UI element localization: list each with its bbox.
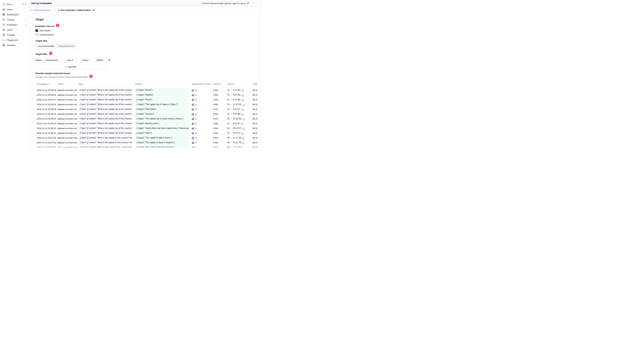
column-header-output[interactable]: Output — [134, 81, 191, 88]
table-row[interactable]: 2024-11-22 03:38:26dataset-run-item-cm3s… — [36, 107, 258, 112]
existing-traces-option[interactable]: Existing traces — [36, 33, 257, 36]
output-preview[interactable]: {"output":"Rome"} — [135, 88, 189, 92]
output-preview[interactable]: {"output":"Buenos Aires"} — [135, 122, 189, 125]
observation-levels-cell: i3 — [191, 121, 212, 126]
table-row[interactable]: 2024-11-22 03:38:28dataset-run-item-cm3s… — [36, 88, 258, 93]
edit-pencil-icon[interactable] — [247, 2, 249, 4]
sidebar-item-evaluation[interactable]: Evaluation — [2, 22, 27, 27]
column-header-observation-levels[interactable]: Observation Levels — [191, 81, 212, 88]
input-preview[interactable]: {"input":[{"content":"What is the capita… — [78, 145, 132, 147]
sidebar-item-datasets[interactable]: Datasets — [2, 42, 27, 48]
column-header-total-cost[interactable]: Total Cost — [252, 81, 258, 88]
sidebar-item-prompts[interactable]: Prompts — [2, 32, 27, 37]
tab-experiment-runs[interactable]: Experiment runs — [56, 44, 76, 48]
observation-levels-cell: i3 — [191, 131, 212, 136]
timestamp-cell: 2024-11-22 03:38:28 — [36, 88, 56, 93]
input-preview[interactable]: {"input":[{"content":"What is the capita… — [78, 131, 132, 135]
column-header-input[interactable]: Input — [77, 81, 134, 88]
sidebar-item-label: Home — [7, 8, 13, 11]
output-preview[interactable]: {"output":"Brazil"} — [135, 98, 189, 102]
name-cell: dataset-run-item-cm3s4 — [56, 116, 77, 121]
table-row[interactable]: 2024-11-22 03:37:01dataset-run-item-cm3s… — [36, 145, 258, 148]
column-header-latency[interactable]: Latency — [212, 81, 226, 88]
latency-cell: 0.38s — [212, 88, 226, 93]
info-level-icon: i — [192, 89, 194, 91]
output-preview[interactable]: {"output":"The capital city of Japan is … — [135, 102, 189, 106]
input-preview[interactable]: {"input":[{"content":"What is the capita… — [78, 93, 132, 97]
input-cell: {"input":[{"content":"What is the capita… — [77, 140, 134, 145]
existing-traces-checkbox[interactable] — [36, 33, 38, 36]
output-preview[interactable]: {"output":"The capital of Spain is Madri… — [135, 141, 189, 145]
table-row[interactable]: 2024-11-22 03:37:03dataset-run-item-cm3s… — [36, 136, 258, 140]
output-cell: {"output":"Canada"} — [134, 112, 191, 116]
latency-cell: 0.50s — [212, 112, 226, 116]
table-row[interactable]: 2024-11-22 03:38:28dataset-run-item-cm3s… — [36, 93, 258, 97]
timestamp-cell: 2024-11-22 03:38:26 — [36, 102, 56, 107]
input-preview[interactable]: {"input":[{"content":"What is the capita… — [78, 107, 132, 111]
column-header-timestamp[interactable]: Timestamp▼ — [36, 81, 56, 88]
output-preview[interactable]: {"output":"Cairo"} — [135, 131, 189, 135]
input-preview[interactable]: {"input":[{"content":"What is the capita… — [78, 112, 132, 116]
prompts-icon — [2, 33, 5, 36]
remove-filter-button[interactable]: ✕ — [108, 59, 110, 61]
timestamp-cell: 2024-11-22 03:37:03 — [36, 136, 56, 140]
input-preview[interactable]: {"input":[{"content":"What is the capita… — [78, 117, 132, 121]
filter-operator-dropdown[interactable]: any of — [65, 57, 78, 63]
column-header-name[interactable]: Name — [56, 81, 77, 88]
output-cell: {"output":"The capital of Italy is Rome.… — [134, 136, 191, 140]
new-traces-checkbox[interactable] — [36, 29, 38, 32]
output-preview[interactable]: {"output":"South Africa has three capita… — [135, 126, 189, 130]
tokens-cell: 51 → 5 (Σ 56)i — [226, 88, 252, 93]
output-preview[interactable]: {"output":"The capital of Italy is Rome.… — [135, 136, 189, 140]
sidebar-item-home[interactable]: Home — [2, 7, 27, 12]
input-preview[interactable]: {"input":[{"content":"What is the capita… — [78, 141, 132, 145]
timestamp-cell: 2024-11-22 03:38:23 — [36, 121, 56, 126]
output-preview[interactable]: {"output":"Canada"} — [135, 112, 189, 116]
tokens-cell: 51 → 6 (Σ 57)i — [226, 121, 252, 126]
table-row[interactable]: 2024-11-22 03:38:25dataset-run-item-cm3s… — [36, 112, 258, 116]
where-label: Where — [36, 59, 42, 61]
tab-live-tracing-data[interactable]: Live tracing data — [36, 44, 56, 48]
observation-levels-cell: i3 — [191, 107, 212, 112]
evaluation-icon — [2, 23, 5, 26]
column-header-tokens[interactable]: Tokens — [226, 81, 252, 88]
output-preview[interactable]: {"output":"Madrid"} — [135, 93, 189, 97]
table-row[interactable]: 2024-11-22 03:38:23dataset-run-item-cm3s… — [36, 121, 258, 126]
input-preview[interactable]: {"input":[{"content":"What is the capita… — [78, 122, 132, 125]
total-cost-cell: $0.00046 ( — [252, 140, 258, 145]
input-preview[interactable]: {"input":[{"content":"What is the capita… — [78, 126, 132, 130]
input-preview[interactable]: {"input":[{"content":"What is the capita… — [78, 88, 132, 92]
output-preview[interactable]: {"output":"The capital of Brazil is Bras… — [135, 145, 189, 147]
table-row[interactable]: 2024-11-22 03:38:21dataset-run-item-cm3s… — [36, 131, 258, 136]
sidebar-item-users[interactable]: Users — [2, 27, 27, 32]
new-traces-option[interactable]: New traces — [36, 29, 257, 32]
observation-levels-cell: i3 — [191, 93, 212, 97]
table-row[interactable]: 2024-11-22 03:38:27dataset-run-item-cm3s… — [36, 97, 258, 102]
filter-value-dropdown[interactable]: Select default — [80, 57, 106, 63]
sidebar-item-go-to[interactable]: Go to... ⌘ K — [2, 2, 27, 7]
scrollbar-gutter[interactable] — [260, 6, 261, 147]
output-preview[interactable]: {"output":"The capital city of South Kor… — [135, 117, 189, 121]
total-cost-cell: $0.000011 ( — [252, 131, 258, 136]
input-preview[interactable]: {"input":[{"content":"What is the capita… — [78, 102, 132, 106]
datasets-icon — [2, 44, 5, 46]
info-level-icon: i — [192, 118, 194, 120]
input-preview[interactable]: {"input":[{"content":"What is the capita… — [78, 136, 132, 140]
filter-field-dropdown[interactable]: Environment — [44, 57, 64, 63]
step-run-evaluator[interactable]: 2. Run Evaluator: Hallucination — [58, 9, 95, 11]
target-card: Target Evaluator runs on 1 New traces Ex… — [32, 15, 258, 147]
sidebar-item-dashboards[interactable]: Dashboards — [2, 12, 27, 17]
sidebar-item-playground[interactable]: Playground — [2, 37, 27, 42]
name-cell: dataset-run-item-cm3s4 — [56, 145, 77, 148]
step-select-evaluator[interactable]: 1. Select Evaluator — [31, 9, 53, 11]
input-preview[interactable]: {"input":[{"content":"What is the capita… — [78, 98, 132, 102]
table-row[interactable]: 2024-11-22 03:38:22dataset-run-item-cm3s… — [36, 126, 258, 131]
add-filter-button[interactable]: + Add filter — [36, 65, 106, 69]
table-row[interactable]: 2024-11-22 03:38:26dataset-run-item-cm3s… — [36, 102, 258, 107]
input-cell: {"input":[{"content":"What is the capita… — [77, 126, 134, 131]
output-cell: {"output":"Rome"} — [134, 88, 191, 93]
sidebar-item-tracing[interactable]: Tracing — [2, 17, 27, 22]
table-row[interactable]: 2024-11-22 03:38:24dataset-run-item-cm3s… — [36, 116, 258, 121]
output-preview[interactable]: {"output":"New Delhi"} — [135, 107, 189, 111]
table-row[interactable]: 2024-11-22 03:37:02dataset-run-item-cm3s… — [36, 140, 258, 145]
